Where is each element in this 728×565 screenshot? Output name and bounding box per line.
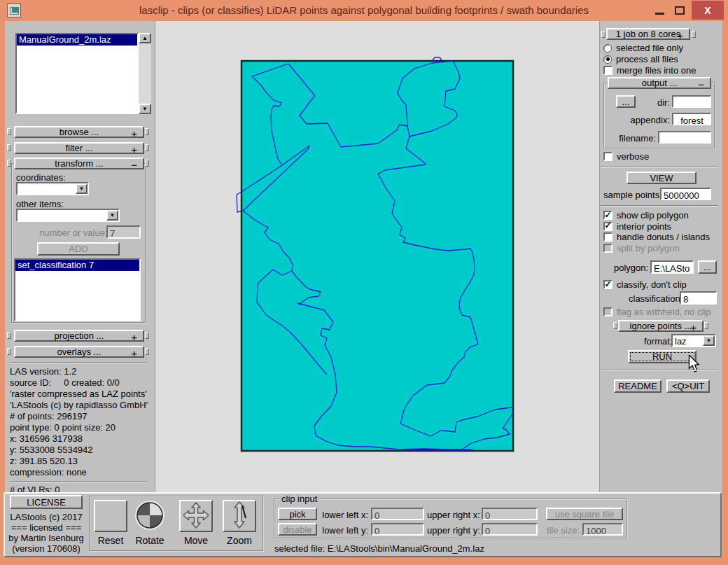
maximize-button[interactable] [671, 1, 688, 20]
side-tab [704, 322, 708, 329]
lower-left-y-input[interactable]: 0 [371, 523, 424, 536]
option-show-clip-polygon[interactable]: ✓show clip polygon [603, 210, 689, 221]
disable-button[interactable]: disable [278, 523, 317, 536]
move-view-label: Move [172, 535, 220, 546]
collapse-icon: − [131, 159, 137, 171]
other-items-dropdown[interactable]: ▼ [16, 209, 120, 222]
scroll-down-icon[interactable]: ▼ [139, 104, 151, 114]
chevron-down-icon[interactable]: ▼ [76, 183, 88, 194]
checkbox-icon: ✓ [603, 232, 612, 242]
reset-view-button[interactable] [94, 500, 127, 532]
view-button[interactable]: VIEW [626, 172, 696, 184]
chevron-down-icon[interactable]: ▼ [703, 335, 715, 346]
expand-icon: + [131, 127, 137, 139]
las-info-line: # of points: 296197 [10, 411, 153, 422]
checkbox-icon: ✓ [603, 244, 612, 253]
las-info-line: z: 391.85 520.13 [10, 456, 153, 467]
side-tab [7, 160, 11, 167]
quit-button[interactable]: <Q>UIT [666, 379, 710, 393]
dir-input[interactable] [672, 95, 711, 108]
number-or-value-input[interactable]: 7 [106, 225, 141, 239]
selected-file-status: selected file: E:\LAStools\bin\ManualGro… [274, 543, 484, 554]
upper-right-y-input[interactable]: 0 [482, 523, 538, 536]
classify-dont-clip-checkbox[interactable]: ✓ classify, don't clip [603, 279, 687, 290]
classification-input[interactable]: 8 [680, 291, 717, 305]
close-button[interactable]: X [692, 1, 724, 20]
upper-right-x-input[interactable]: 0 [482, 508, 538, 520]
use-square-tile-button[interactable]: use square tile [546, 508, 623, 520]
las-info-line: y: 5533008 5534942 [10, 445, 153, 456]
clip-polygon-view [155, 21, 600, 492]
expand-icon: + [690, 321, 696, 333]
option-interior-points[interactable]: ✓interior points [603, 221, 671, 232]
cores-section-button[interactable]: 1 job on 8 cores + [606, 28, 690, 40]
browse-section-button[interactable]: browse ... + [14, 126, 144, 138]
transform-section-button[interactable]: transform ... − [14, 158, 144, 169]
pick-button[interactable]: pick [278, 508, 317, 520]
credit-line: (version 170608) [4, 543, 88, 554]
side-tab [601, 31, 606, 38]
credit-line: === licensed === [4, 522, 88, 533]
format-dropdown[interactable]: laz ▼ [671, 334, 716, 347]
side-tab [7, 128, 11, 135]
move-view-button[interactable] [179, 500, 213, 532]
collapse-icon: − [698, 78, 704, 90]
add-button[interactable]: ADD [37, 242, 120, 256]
flag-withheld-checkbox[interactable]: ✓ flag as withheld, no clip [603, 307, 710, 317]
credit-line: LAStools (c) 2017 [4, 512, 88, 522]
overlays-section-button[interactable]: overlays ... + [14, 346, 144, 358]
transform-action-item[interactable]: set_classification 7 [15, 260, 139, 271]
projection-section-button[interactable]: projection ... + [14, 330, 144, 342]
mouse-cursor-icon [687, 355, 702, 373]
option-handle-donuts-islands[interactable]: ✓handle donuts / islands [603, 232, 710, 242]
radio-selected-file-only[interactable]: selected file only [603, 43, 683, 53]
checkbox-icon: ✓ [603, 307, 612, 316]
las-header-info: LAS version: 1.2source ID: 0 created: 0/… [10, 366, 153, 478]
zoom-view-button[interactable] [223, 500, 256, 532]
las-info-line: 'raster compressed as LAZ points' [10, 389, 153, 400]
polygon-input[interactable]: E:\LASto [650, 260, 694, 274]
filename-input[interactable] [658, 131, 711, 144]
radio-icon [603, 44, 612, 53]
classification-label: classification: [629, 293, 682, 304]
transform-action-list[interactable]: set_classification 7 [14, 258, 141, 321]
expand-icon: + [131, 331, 137, 343]
rotate-view-button[interactable] [133, 500, 167, 532]
lower-left-x-input[interactable]: 0 [371, 508, 424, 520]
output-dir-browse-button[interactable]: ... [616, 95, 636, 108]
format-label: format: [644, 336, 672, 347]
coordinates-label: coordinates: [16, 172, 66, 183]
move-icon [182, 501, 210, 531]
divider [10, 362, 147, 363]
scroll-up-icon[interactable]: ▲ [139, 33, 151, 43]
file-list-item[interactable]: ManualGround_2m.laz [17, 34, 137, 46]
ignore-points-section-button[interactable]: ignore points ... + [618, 320, 704, 332]
verbose-checkbox[interactable]: ✓ verbose [603, 151, 649, 162]
checkbox-icon: ✓ [603, 152, 612, 161]
lidar-extent-rect [241, 61, 513, 451]
minimize-button[interactable] [651, 1, 668, 20]
expand-icon: + [131, 144, 137, 155]
coordinates-dropdown[interactable]: ▼ [16, 182, 89, 195]
license-credits: LAStools (c) 2017=== licensed ===by Mart… [4, 512, 88, 554]
radio-process-all-files[interactable]: process all files [603, 54, 678, 64]
tile-size-input[interactable]: 1000 [582, 523, 623, 536]
merge-files-checkbox[interactable]: ✓ merge files into one [603, 65, 696, 76]
appendix-input[interactable]: _forest [672, 113, 711, 125]
polygon-browse-button[interactable]: ... [698, 260, 717, 274]
polygon-label: polygon: [614, 263, 648, 273]
side-tab [692, 31, 696, 38]
option-split-by-polygon[interactable]: ✓split by polygon [603, 243, 680, 253]
file-list[interactable]: ManualGround_2m.laz [15, 33, 139, 114]
license-button[interactable]: LICENSE [10, 495, 83, 509]
output-section-button[interactable]: output ... − [608, 77, 711, 89]
divider [601, 205, 718, 206]
las-info-line: source ID: 0 created: 0/0 [10, 377, 153, 389]
sample-points-input[interactable]: 5000000 [660, 188, 711, 200]
readme-button[interactable]: README [614, 379, 662, 393]
file-list-scrollbar[interactable]: ▲ ▼ [139, 33, 151, 114]
filter-section-button[interactable]: filter ... + [14, 142, 144, 154]
side-tab [613, 322, 617, 329]
chevron-down-icon[interactable]: ▼ [106, 210, 118, 221]
las-info-line: point type: 0 point size: 20 [10, 422, 153, 433]
